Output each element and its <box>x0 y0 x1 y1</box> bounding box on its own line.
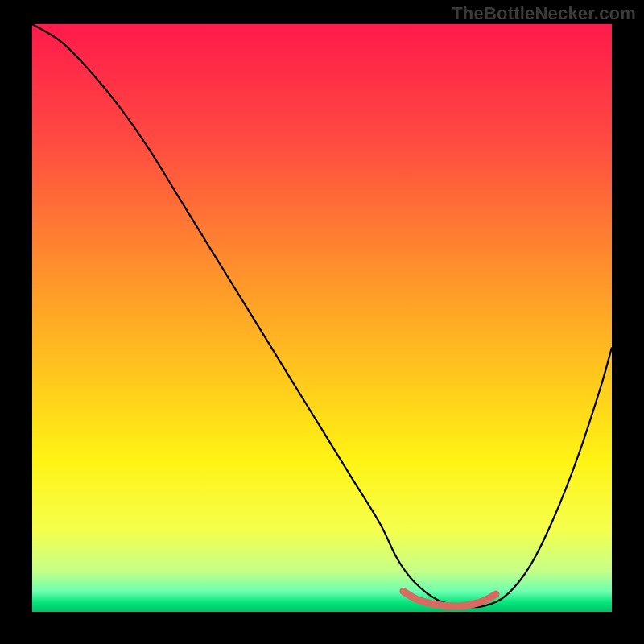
watermark-text: TheBottleNecker.com <box>452 3 636 24</box>
gradient-background <box>32 24 612 612</box>
chart-frame: TheBottleNecker.com <box>0 0 644 644</box>
bottleneck-plot <box>32 24 612 612</box>
chart-svg <box>32 24 612 612</box>
